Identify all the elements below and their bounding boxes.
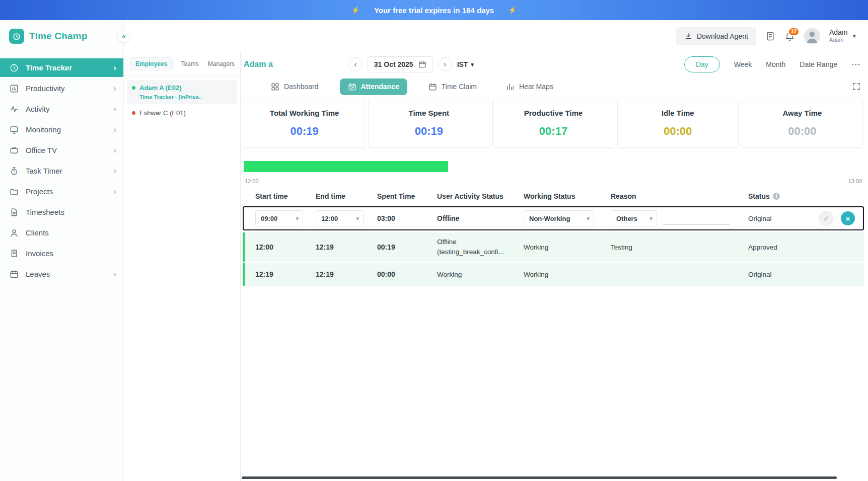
stat-value: 00:19 — [415, 125, 443, 138]
more-options-icon[interactable]: ⋯ — [851, 59, 861, 70]
stat-card-total-working-time: Total Working Time 00:19 — [244, 99, 365, 148]
timezone-value: IST — [457, 60, 468, 68]
sidebar-item-time-tracker[interactable]: Time Tracker › — [0, 58, 123, 77]
user-activity-status-value: Offline (testing_break_confi... — [437, 237, 524, 257]
view-mode-day[interactable]: Day — [684, 56, 720, 72]
chevron-right-icon: › — [113, 187, 116, 196]
stats-row: Total Working Time 00:19 Time Spent 00:1… — [243, 96, 864, 152]
tab-heat-maps[interactable]: Heat Maps — [498, 78, 561, 95]
start-time-select[interactable]: 09:00 ▾ — [255, 210, 303, 226]
sidebar-item-invoices[interactable]: Invoices — [0, 244, 123, 263]
sidebar-item-timesheets[interactable]: Timesheets — [0, 203, 123, 221]
stopwatch-icon — [9, 166, 19, 176]
tab-employees[interactable]: Employees — [130, 57, 173, 70]
timezone-select[interactable]: IST ▾ — [457, 60, 474, 68]
sidebar-item-label: Invoices — [26, 249, 116, 258]
employee-name: Adam A (E02) — [139, 84, 182, 92]
employee-list-item[interactable]: Eshwar C (E01) — [127, 105, 237, 121]
user-icon — [9, 228, 19, 238]
stat-card-time-spent: Time Spent 00:19 — [368, 99, 489, 148]
calendar-icon — [418, 60, 426, 68]
reason-select[interactable]: Others ▾ — [611, 210, 657, 226]
sidebar-item-label: Activity — [26, 105, 107, 113]
user-activity-status-value: Working — [437, 271, 524, 278]
sidebar-item-label: Time Tracker — [26, 63, 107, 72]
info-icon[interactable]: i — [773, 193, 780, 200]
presence-online-dot — [132, 86, 135, 90]
columns-icon — [506, 83, 515, 91]
topbar: « Download Agent 12 — [124, 20, 868, 52]
timeline-track — [244, 161, 863, 172]
user-menu[interactable]: Adam Adam ▾ — [829, 28, 856, 44]
timeline-start-label: 12:00 — [245, 178, 259, 184]
download-icon — [684, 32, 692, 40]
tv-icon — [9, 145, 19, 155]
sidebar-item-label: Task Timer — [26, 167, 107, 175]
chevron-right-icon: › — [113, 146, 116, 154]
status-value: Original — [748, 215, 772, 222]
download-agent-label: Download Agent — [697, 32, 748, 40]
tab-dashboard[interactable]: Dashboard — [263, 78, 327, 95]
attendance-edit-row: 09:00 ▾ 12:00 ▾ 03:00 Offline — [243, 206, 864, 230]
spent-time-value: 03:00 — [377, 214, 437, 222]
sidebar-item-clients[interactable]: Clients — [0, 223, 123, 242]
sidebar-item-projects[interactable]: Projects › — [0, 182, 123, 201]
stat-value: 00:17 — [539, 125, 567, 138]
monitor-icon — [9, 125, 19, 135]
title-row: Adam a ‹ 31 Oct 2025 › IST ▾ — [243, 52, 864, 76]
stat-value: 00:00 — [664, 125, 692, 138]
employee-list: Adam A (E02) Time Tracker - [InPriva.. E… — [124, 76, 240, 125]
sidebar-item-productivity[interactable]: Productivity › — [0, 79, 123, 98]
user-activity-status-value: Offline — [437, 214, 524, 222]
date-picker[interactable]: 31 Oct 2025 — [368, 56, 433, 72]
view-mode-week[interactable]: Week — [734, 60, 752, 68]
chevron-down-icon: ▾ — [587, 215, 590, 222]
app-window: ⚡ Your free trial expires in 184 days ⚡ … — [0, 0, 868, 481]
bar-chart-icon — [9, 84, 19, 94]
sidebar-item-activity[interactable]: Activity › — [0, 100, 123, 118]
view-mode-date-range[interactable]: Date Range — [800, 60, 837, 68]
sidebar-item-leaves[interactable]: Leaves › — [0, 265, 123, 283]
sidebar-item-monitoring[interactable]: Monitoring › — [0, 120, 123, 139]
tab-time-claim[interactable]: Time Claim — [420, 78, 485, 95]
sidebar-collapse-button[interactable]: « — [117, 30, 130, 43]
working-status-select[interactable]: Non-Working ▾ — [524, 210, 594, 226]
sidebar-menu: Time Tracker › Productivity › Activity ›… — [0, 52, 123, 283]
sidebar-item-office-tv[interactable]: Office TV › — [0, 141, 123, 159]
horizontal-scrollbar[interactable] — [242, 476, 837, 479]
tab-attendance[interactable]: Attendance — [340, 78, 407, 95]
sheet-icon — [9, 207, 19, 217]
previous-day-button[interactable]: ‹ — [348, 57, 363, 71]
cancel-button[interactable]: × — [841, 211, 855, 225]
sidebar-item-task-timer[interactable]: Task Timer › — [0, 162, 123, 180]
confirm-button[interactable]: ✓ — [819, 211, 834, 226]
tab-teams[interactable]: Teams — [180, 58, 199, 70]
view-mode-month[interactable]: Month — [766, 60, 785, 68]
calendar-icon — [428, 83, 437, 91]
date-value: 31 Oct 2025 — [374, 60, 413, 68]
date-navigation: ‹ 31 Oct 2025 › IST ▾ — [348, 56, 474, 72]
attendance-row[interactable]: 12:19 12:19 00:00 Working Working Origin… — [243, 263, 864, 286]
page-title: Adam a — [244, 60, 273, 69]
user-name: Adam — [829, 28, 848, 37]
document-icon[interactable] — [765, 31, 775, 41]
chevron-down-icon: ▾ — [356, 215, 359, 222]
reason-text-input[interactable] — [663, 212, 730, 225]
grid-icon — [271, 83, 279, 91]
download-agent-button[interactable]: Download Agent — [676, 27, 756, 45]
avatar[interactable] — [804, 28, 820, 44]
folder-icon — [9, 187, 19, 197]
employee-panel-tabs: Employees Teams Managers — [124, 52, 240, 76]
stat-card-away-time: Away Time 00:00 — [742, 99, 863, 148]
attendance-row[interactable]: 12:00 12:19 00:19 Offline (testing_break… — [243, 232, 864, 262]
app-logo-icon — [9, 29, 24, 44]
chevron-right-icon: › — [113, 63, 116, 72]
clock-icon — [9, 63, 19, 73]
sidebar-item-label: Monitoring — [26, 125, 107, 134]
employee-list-item[interactable]: Adam A (E02) Time Tracker - [InPriva.. — [127, 80, 237, 104]
end-time-select[interactable]: 12:00 ▾ — [316, 210, 364, 226]
next-day-button[interactable]: › — [438, 57, 452, 71]
fullscreen-icon[interactable] — [852, 82, 861, 91]
main-content: Adam a ‹ 31 Oct 2025 › IST ▾ — [241, 52, 868, 481]
tab-managers[interactable]: Managers — [207, 58, 236, 70]
